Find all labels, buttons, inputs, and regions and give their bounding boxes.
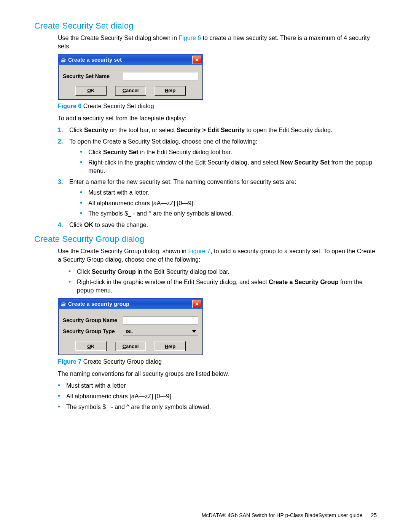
text: Click (69, 127, 84, 133)
select-value: ISL (126, 328, 133, 335)
select-security-group-type[interactable]: ISL (123, 327, 198, 336)
bold: Security Set (103, 149, 138, 155)
step-2: 2. To open the Create a Security Set dia… (58, 137, 377, 175)
text: Click (69, 222, 84, 228)
page-footer: McDATA® 4Gb SAN Switch for HP p-Class Bl… (202, 512, 377, 518)
step-4: 4. Click OK to save the change. (58, 221, 377, 229)
bold: Security Group (92, 268, 136, 275)
text: to save the change. (93, 222, 148, 228)
java-icon: ☕ (61, 57, 66, 62)
heading-create-security-set: Create Security Set dialog (34, 21, 377, 31)
dialog-titlebar: ☕ Create a security set ✕ (58, 54, 203, 65)
figure-title: Create Security Set dialog (81, 103, 154, 109)
bold: Create a Security Group (269, 279, 338, 285)
step-2-bullet-1: Click Security Set in the Edit Security … (80, 148, 377, 157)
lead-2: The naming conventions for all security … (58, 370, 377, 378)
intro2-bullet-2: Right-click in the graphic window of the… (68, 278, 377, 294)
naming-bullet-1: Must start with a letter (58, 382, 377, 390)
text: Click (88, 149, 103, 155)
cancel-button[interactable]: Cancel (115, 341, 146, 351)
figure-title: Create Security Group dialog (81, 358, 162, 365)
ok-button[interactable]: OK (75, 86, 107, 96)
help-button[interactable]: Help (155, 341, 186, 351)
text: Right-click in the graphic window of the… (88, 159, 280, 166)
ok-button[interactable]: OK (75, 341, 107, 351)
text: on the tool bar, or select (108, 127, 177, 133)
figure-7-caption: Figure 7 Create Security Group dialog (58, 358, 377, 366)
dialog-titlebar: ☕ Create a security group ✕ (58, 299, 203, 309)
help-button[interactable]: Help (155, 86, 186, 96)
link-figure-7[interactable]: Figure 7 (188, 248, 210, 254)
link-figure-6[interactable]: Figure 6 (179, 35, 201, 41)
java-icon: ☕ (61, 301, 66, 307)
step-3-bullet-2: All alphanumeric chars [aA—zZ] [0—9]. (80, 199, 377, 208)
text: Click (77, 268, 92, 275)
bold: Security > Edit Security (177, 127, 245, 133)
text: Enter a name for the new security set. T… (69, 179, 296, 185)
naming-bullet-2: All alphanumeric chars [aA—zZ] [0—9] (58, 392, 377, 401)
intro-1: Use the Create Security Set dialog shown… (58, 34, 377, 50)
figure-number: Figure 6 (58, 103, 81, 109)
bold: New Security Set (280, 159, 330, 166)
text: To open the Create a Security Set dialog… (69, 138, 258, 145)
text: in the Edit Security dialog tool bar. (139, 149, 232, 155)
intro2-bullet-1: Click Security Group in the Edit Securit… (68, 268, 377, 276)
dialog-title: Create a security set (68, 56, 190, 64)
page-number: 25 (371, 512, 377, 518)
label-security-group-name: Security Group Name (63, 317, 120, 324)
input-security-group-name[interactable] (123, 316, 198, 324)
input-security-set-name[interactable] (123, 72, 198, 80)
dialog-create-security-set: ☕ Create a security set ✕ Security Set N… (58, 54, 203, 100)
text: to open the Edit Security dialog. (245, 127, 332, 133)
cancel-button[interactable]: Cancel (115, 86, 146, 96)
dialog-create-security-group: ☕ Create a security group ✕ Security Gro… (58, 298, 203, 355)
figure-6-caption: Figure 6 Create Security Set dialog (58, 102, 377, 110)
figure-number: Figure 7 (58, 358, 81, 365)
chevron-down-icon (192, 330, 196, 333)
dialog-title: Create a security group (68, 300, 190, 308)
text: in the Edit Security dialog tool bar. (136, 268, 229, 275)
text: Use the Create Security Group dialog, sh… (58, 248, 188, 254)
bold: Security (84, 127, 108, 133)
close-icon[interactable]: ✕ (192, 56, 201, 64)
label-security-set-name: Security Set Name (63, 73, 120, 80)
lead-1: To add a security set from the faceplate… (58, 114, 377, 123)
naming-bullet-3: The symbols $_ - and ^ are the only symb… (58, 403, 377, 411)
bold: OK (84, 222, 93, 228)
label-security-group-type: Security Group Type (63, 328, 120, 335)
step-1: 1. Click Security on the tool bar, or se… (58, 126, 377, 134)
steps-list-1: 1. Click Security on the tool bar, or se… (58, 126, 377, 229)
text: Use the Create Security Set dialog shown… (58, 35, 179, 41)
step-2-bullet-2: Right-click in the graphic window of the… (80, 158, 377, 175)
step-3: 3. Enter a name for the new security set… (58, 178, 377, 217)
footer-text: McDATA® 4Gb SAN Switch for HP p-Class Bl… (202, 512, 363, 518)
step-3-bullet-3: The symbols $_ - and ^ are the only symb… (80, 209, 377, 218)
text: Right-click in the graphic window of the… (77, 279, 269, 285)
heading-create-security-group: Create Security Group dialog (34, 234, 377, 244)
step-3-bullet-1: Must start with a letter. (80, 189, 377, 197)
close-icon[interactable]: ✕ (192, 300, 201, 308)
intro-2: Use the Create Security Group dialog, sh… (58, 247, 377, 264)
